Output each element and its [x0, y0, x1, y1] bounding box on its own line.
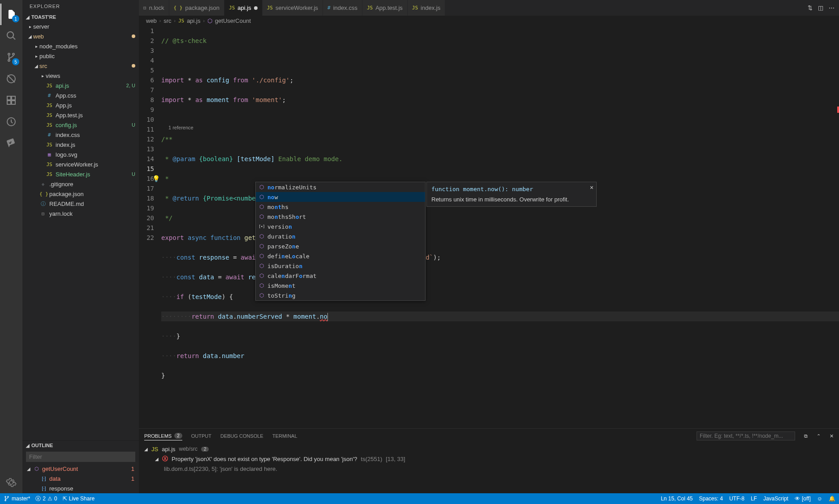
- outline-filter-input[interactable]: [26, 452, 135, 462]
- panel-tab-terminal[interactable]: TERMINAL: [272, 433, 297, 439]
- suggest-item[interactable]: ⬡months: [256, 202, 425, 212]
- editor-tab[interactable]: JSserviceWorker.js: [262, 0, 323, 16]
- suggest-item[interactable]: ⬡calendarFormat: [256, 271, 425, 281]
- activity-explorer-icon[interactable]: 1: [0, 4, 22, 25]
- chevron-down-icon: ◢: [26, 443, 30, 448]
- file-item[interactable]: JSapi.js2, U: [22, 81, 139, 90]
- collapse-all-icon[interactable]: ⧉: [804, 433, 808, 439]
- error-icon: ⓧ: [35, 495, 41, 503]
- panel-tab-problems[interactable]: PROBLEMS2: [144, 433, 182, 440]
- codelens[interactable]: 1 reference: [168, 125, 194, 130]
- activity-settings-icon[interactable]: [0, 472, 22, 493]
- compare-changes-icon[interactable]: ⇅: [808, 4, 813, 11]
- line-number: 15: [139, 164, 154, 174]
- editor-tab[interactable]: ⊡n.lock: [139, 0, 169, 16]
- file-item[interactable]: { }package.json: [22, 189, 139, 199]
- activity-debug-icon[interactable]: [0, 68, 22, 90]
- problems-file-row[interactable]: ◢ JS api.js web/src 2: [144, 444, 834, 454]
- folder-item[interactable]: ◢web: [22, 31, 139, 41]
- panel-maximize-icon[interactable]: ⌃: [817, 433, 821, 439]
- folder-item[interactable]: ▸server: [22, 21, 139, 31]
- activity-scm-icon[interactable]: 5: [0, 47, 22, 68]
- status-problems[interactable]: ⓧ2 ⚠0: [35, 495, 57, 503]
- breadcrumb-item[interactable]: api.js: [187, 17, 200, 24]
- line-number: 4: [139, 56, 154, 65]
- status-branch[interactable]: master*: [4, 495, 30, 502]
- problems-filter-input[interactable]: [697, 431, 795, 440]
- outline-item[interactable]: ◢⬡getUserCount1: [22, 464, 139, 474]
- suggest-item[interactable]: ⬡isMoment: [256, 281, 425, 290]
- line-number: 7: [139, 85, 154, 95]
- file-item[interactable]: ⊡yarn.lock: [22, 209, 139, 218]
- folder-item[interactable]: ▸views: [22, 71, 139, 81]
- problem-item[interactable]: ◢ ⓧ Property 'jsonX' does not exist on t…: [144, 454, 834, 464]
- outline-item[interactable]: [∙]response: [22, 483, 139, 493]
- editor-tab[interactable]: { }package.json: [169, 0, 225, 16]
- file-item[interactable]: ▦logo.svg: [22, 149, 139, 159]
- folder-item[interactable]: ▸public: [22, 51, 139, 61]
- panel-tab-debug-console[interactable]: DEBUG CONSOLE: [220, 433, 263, 439]
- file-item[interactable]: ◆.gitignore: [22, 179, 139, 189]
- breadcrumb-item[interactable]: getUserCount: [215, 17, 251, 24]
- outline-header[interactable]: ◢OUTLINE: [22, 441, 139, 450]
- activity-search-icon[interactable]: [0, 25, 22, 47]
- status-liveshare[interactable]: ⇱Live Share: [63, 495, 95, 502]
- status-language[interactable]: JavaScript: [763, 495, 788, 502]
- panel-tab-output[interactable]: OUTPUT: [191, 433, 211, 439]
- problem-related[interactable]: lib.dom.d.ts[2230, 5]: 'json' is declare…: [144, 464, 834, 474]
- file-item[interactable]: JSApp.test.js: [22, 110, 139, 120]
- folder-item[interactable]: ▸node_modules: [22, 41, 139, 51]
- file-item[interactable]: ⓘREADME.md: [22, 199, 139, 209]
- breadcrumb[interactable]: web›src›JSapi.js›⬡getUserCount: [139, 16, 839, 26]
- close-icon[interactable]: ×: [590, 184, 594, 191]
- more-actions-icon[interactable]: ⋯: [829, 4, 835, 11]
- folder-item[interactable]: ◢src: [22, 61, 139, 71]
- status-eol[interactable]: LF: [751, 495, 757, 502]
- suggest-item[interactable]: ⬡monthsShort: [256, 212, 425, 222]
- lightbulb-icon[interactable]: 💡: [152, 174, 160, 184]
- status-encoding[interactable]: UTF-8: [729, 495, 744, 502]
- outline-item[interactable]: [∙]data1: [22, 474, 139, 483]
- file-item[interactable]: JSSiteHeader.jsU: [22, 169, 139, 179]
- css-icon: #: [46, 93, 53, 98]
- explorer-badge: 1: [12, 15, 19, 22]
- suggest-item[interactable]: ⬡defineLocale: [256, 251, 425, 261]
- file-item[interactable]: #App.css: [22, 90, 139, 100]
- status-indentation[interactable]: Spaces: 4: [699, 495, 723, 502]
- activity-extensions-icon[interactable]: [0, 90, 22, 111]
- file-item[interactable]: JSindex.js: [22, 140, 139, 149]
- status-feedback-icon[interactable]: ☺: [817, 495, 822, 502]
- editor[interactable]: 12345678910111213141516171819202122 // @…: [139, 26, 839, 428]
- suggest-item[interactable]: ⬡now: [256, 192, 425, 202]
- editor-tab[interactable]: JSindex.js: [408, 0, 445, 16]
- status-cursor-position[interactable]: Ln 15, Col 45: [661, 495, 693, 502]
- editor-tab[interactable]: #index.css: [323, 0, 362, 16]
- panel-close-icon[interactable]: ✕: [830, 433, 834, 439]
- file-item[interactable]: JSconfig.jsU: [22, 120, 139, 130]
- suggest-item[interactable]: ⬡parseZone: [256, 241, 425, 251]
- activity-remote-icon[interactable]: [0, 111, 22, 132]
- editor-tab[interactable]: JSApp.test.js: [362, 0, 408, 16]
- breadcrumb-item[interactable]: web: [146, 17, 157, 24]
- suggest-item[interactable]: ⬡isDuration: [256, 261, 425, 271]
- line-number: 22: [139, 233, 154, 243]
- status-typescript[interactable]: 👁[off]: [795, 495, 811, 502]
- suggest-widget[interactable]: ⬡normalizeUnits⬡now⬡months⬡monthsShort[∙…: [255, 182, 426, 301]
- chevron-down-icon: ◢: [155, 457, 159, 461]
- suggest-item[interactable]: ⬡toString: [256, 290, 425, 300]
- suggest-item[interactable]: ⬡normalizeUnits: [256, 182, 425, 192]
- file-item[interactable]: JSApp.js: [22, 100, 139, 110]
- project-header[interactable]: ◢TOAST'RE: [22, 13, 139, 21]
- suggest-item[interactable]: [∙]version: [256, 222, 425, 231]
- breadcrumb-item[interactable]: src: [163, 17, 171, 24]
- suggest-item[interactable]: ⬡duration: [256, 231, 425, 241]
- file-item[interactable]: #index.css: [22, 130, 139, 140]
- split-editor-icon[interactable]: ◫: [818, 4, 823, 11]
- method-suggest-icon: ⬡: [258, 273, 265, 279]
- editor-tab[interactable]: JSapi.js: [224, 0, 262, 16]
- line-number: 5: [139, 65, 154, 75]
- file-item[interactable]: JSserviceWorker.js: [22, 159, 139, 169]
- problems-list: ◢ JS api.js web/src 2 ◢ ⓧ Property 'json…: [139, 443, 839, 493]
- status-bell-icon[interactable]: 🔔: [829, 495, 835, 502]
- activity-liveshare-icon[interactable]: [0, 132, 22, 154]
